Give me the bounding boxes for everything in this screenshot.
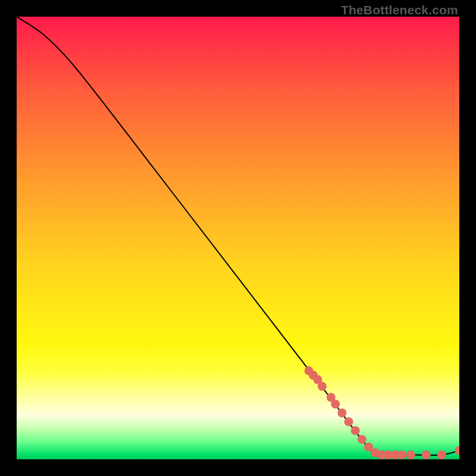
highlight-marker <box>318 382 327 391</box>
highlight-marker <box>331 400 340 409</box>
highlight-marker <box>337 408 346 417</box>
highlight-marker <box>397 450 406 459</box>
watermark-text: TheBottleneck.com <box>341 4 458 16</box>
highlight-marker <box>455 446 460 455</box>
highlight-markers-group <box>305 367 459 459</box>
highlight-marker <box>406 450 415 459</box>
highlight-marker <box>351 426 360 435</box>
bottleneck-curve <box>17 17 459 455</box>
chart-overlay-svg <box>17 17 459 459</box>
highlight-marker <box>345 417 353 426</box>
plot-area <box>17 17 459 459</box>
highlight-marker <box>358 435 367 444</box>
highlight-marker <box>422 450 431 459</box>
chart-stage: TheBottleneck.com <box>0 0 476 476</box>
highlight-marker <box>437 450 446 459</box>
